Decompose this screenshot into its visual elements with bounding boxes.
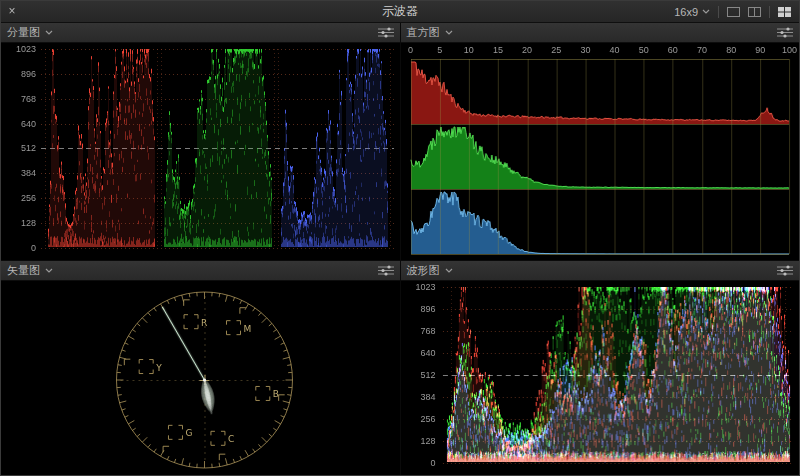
chevron-down-icon bbox=[45, 268, 53, 273]
vectorscope-title: 矢量图 bbox=[7, 263, 40, 278]
histogram-scope-menu[interactable]: 直方图 bbox=[407, 25, 453, 40]
parade-scope-menu[interactable]: 分量图 bbox=[7, 25, 53, 40]
layout-dual-icon[interactable] bbox=[748, 7, 761, 17]
scope-settings-icon[interactable] bbox=[777, 265, 793, 276]
scope-settings-icon[interactable] bbox=[378, 265, 394, 276]
scope-settings-icon[interactable] bbox=[777, 27, 793, 38]
vectorscope-scope bbox=[1, 281, 400, 475]
chevron-down-icon bbox=[445, 268, 453, 273]
panel-vectorscope: 矢量图 bbox=[1, 261, 400, 475]
chevron-down-icon bbox=[445, 30, 453, 35]
scope-settings-icon[interactable] bbox=[378, 27, 394, 38]
parade-header: 分量图 bbox=[1, 23, 400, 43]
chevron-down-icon bbox=[702, 9, 710, 14]
titlebar: × 示波器 16x9 bbox=[1, 1, 799, 23]
panel-histogram: 直方图 051015202530405060708090100 bbox=[401, 23, 800, 260]
divider bbox=[718, 6, 719, 18]
scopes-grid: 分量图 10238967686405123842561280 直方图 bbox=[1, 23, 799, 475]
vectorscope-scope-menu[interactable]: 矢量图 bbox=[7, 263, 53, 278]
waveform-header: 波形图 bbox=[401, 261, 800, 281]
histogram-header: 直方图 bbox=[401, 23, 800, 43]
panel-parade: 分量图 10238967686405123842561280 bbox=[1, 23, 400, 260]
waveform-canvas bbox=[401, 281, 800, 475]
titlebar-controls: 16x9 bbox=[674, 6, 799, 18]
scopes-window: × 示波器 16x9 分量图 bbox=[0, 0, 800, 476]
waveform-scope: 10238967686405123842561280 bbox=[401, 281, 800, 475]
layout-single-icon[interactable] bbox=[727, 7, 740, 17]
panel-waveform: 波形图 10238967686405123842561280 bbox=[401, 261, 800, 475]
vectorscope-header: 矢量图 bbox=[1, 261, 400, 281]
close-icon[interactable]: × bbox=[1, 1, 23, 22]
waveform-scope-menu[interactable]: 波形图 bbox=[407, 263, 453, 278]
aspect-ratio-label: 16x9 bbox=[674, 6, 698, 18]
layout-grid-icon[interactable] bbox=[778, 7, 791, 17]
parade-scope: 10238967686405123842561280 bbox=[1, 43, 400, 260]
histogram-canvas bbox=[401, 43, 800, 260]
histogram-scope: 051015202530405060708090100 bbox=[401, 43, 800, 260]
histogram-title: 直方图 bbox=[407, 25, 440, 40]
waveform-title: 波形图 bbox=[407, 263, 440, 278]
divider bbox=[769, 6, 770, 18]
parade-canvas bbox=[1, 43, 400, 260]
parade-title: 分量图 bbox=[7, 25, 40, 40]
vectorscope-canvas bbox=[1, 281, 400, 475]
chevron-down-icon bbox=[45, 30, 53, 35]
aspect-ratio-dropdown[interactable]: 16x9 bbox=[674, 6, 710, 18]
